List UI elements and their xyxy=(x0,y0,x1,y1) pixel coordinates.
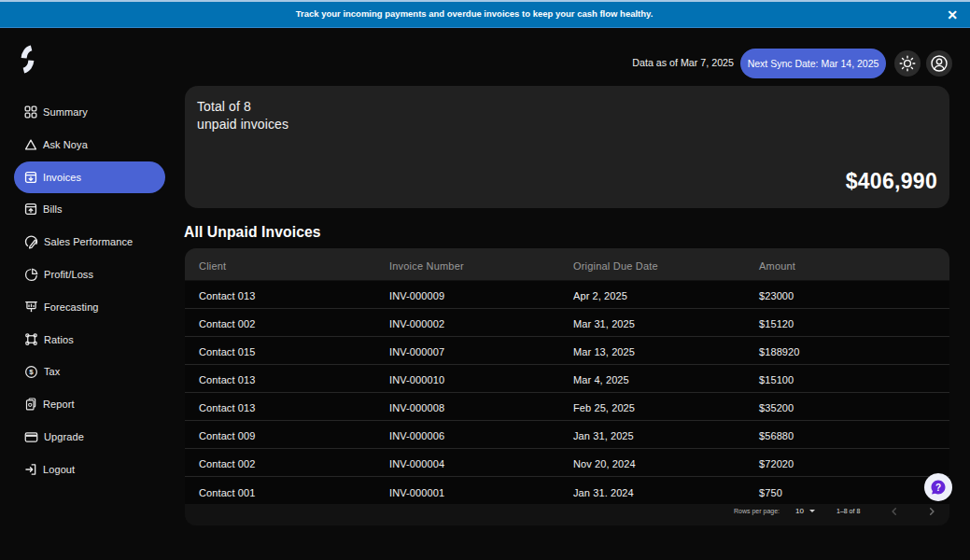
svg-text:$: $ xyxy=(29,368,34,376)
svg-text:?: ? xyxy=(935,483,941,493)
